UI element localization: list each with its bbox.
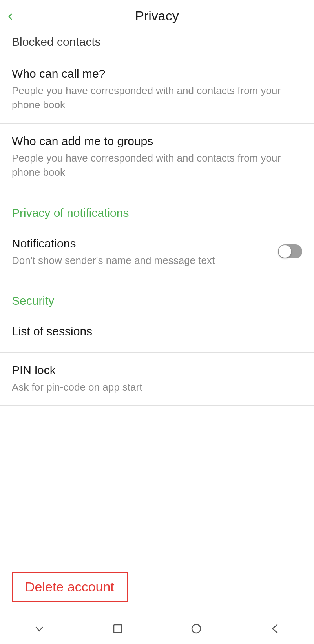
who-can-add-title: Who can add me to groups xyxy=(12,135,302,148)
delete-account-section: Delete account xyxy=(0,561,314,613)
content-area: Blocked contacts Who can call me? People… xyxy=(0,31,314,613)
who-can-add-subtitle: People you have corresponded with and co… xyxy=(12,151,302,180)
down-arrow-icon[interactable] xyxy=(27,619,51,639)
circle-icon[interactable] xyxy=(184,619,208,639)
blocked-contacts-row[interactable]: Blocked contacts xyxy=(0,31,314,56)
pin-lock-subtitle: Ask for pin-code on app start xyxy=(12,380,302,394)
who-can-call-title: Who can call me? xyxy=(12,67,302,80)
pin-lock-title: PIN lock xyxy=(12,364,302,377)
page-title: Privacy xyxy=(8,8,306,24)
list-of-sessions-row[interactable]: List of sessions xyxy=(0,314,314,353)
notifications-toggle[interactable] xyxy=(278,244,302,260)
delete-account-label: Delete account xyxy=(25,579,114,594)
security-label: Security xyxy=(12,294,54,307)
privacy-of-notifications-header: Privacy of notifications xyxy=(0,191,314,226)
delete-account-button[interactable]: Delete account xyxy=(12,572,128,602)
notifications-subtitle: Don't show sender's name and message tex… xyxy=(12,253,302,267)
privacy-of-notifications-label: Privacy of notifications xyxy=(12,206,129,219)
who-can-add-row[interactable]: Who can add me to groups People you have… xyxy=(0,124,314,191)
notifications-title: Notifications xyxy=(12,237,302,250)
who-can-call-subtitle: People you have corresponded with and co… xyxy=(12,84,302,112)
svg-point-1 xyxy=(192,624,201,633)
blocked-contacts-label: Blocked contacts xyxy=(12,35,101,48)
pin-lock-row[interactable]: PIN lock Ask for pin-code on app start xyxy=(0,353,314,406)
back-button[interactable]: ‹ xyxy=(8,8,13,23)
header: ‹ Privacy xyxy=(0,0,314,31)
square-icon[interactable] xyxy=(106,619,130,639)
toggle-knob xyxy=(279,245,291,258)
toggle-track[interactable] xyxy=(278,244,302,258)
svg-rect-0 xyxy=(114,625,122,633)
back-triangle-icon[interactable] xyxy=(263,619,287,639)
bottom-nav-bar xyxy=(0,613,314,644)
list-of-sessions-title: List of sessions xyxy=(12,325,302,338)
who-can-call-row[interactable]: Who can call me? People you have corresp… xyxy=(0,56,314,124)
notifications-row[interactable]: Notifications Don't show sender's name a… xyxy=(0,226,314,278)
security-header: Security xyxy=(0,278,314,314)
